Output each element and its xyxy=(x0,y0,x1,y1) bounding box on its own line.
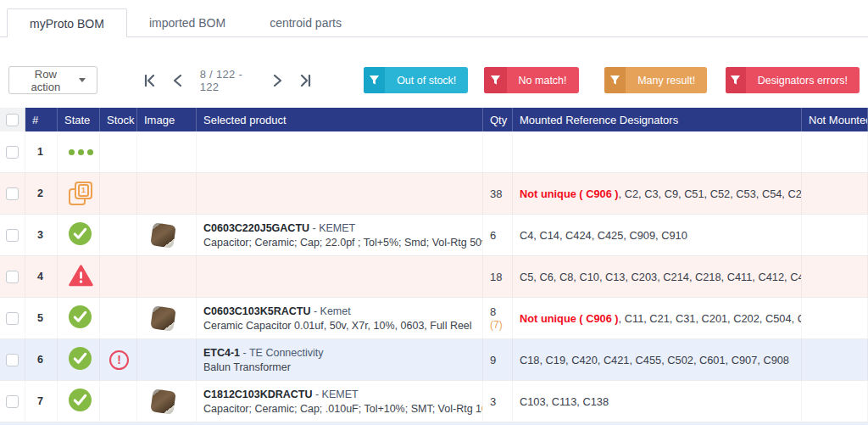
mounted-designators: C18, C19, C420, C421, C455, C502, C601, … xyxy=(513,339,802,380)
designators-list: C18, C19, C420, C421, C455, C502, C601, … xyxy=(520,354,789,366)
row-checkbox[interactable] xyxy=(6,312,19,325)
pagination-status: 8 / 122 - 122 xyxy=(200,68,255,93)
column-header-stock: Stock xyxy=(100,108,137,131)
pagination: 8 / 122 - 122 xyxy=(144,68,311,93)
qty-note: (7) xyxy=(490,319,503,331)
row-number: 5 xyxy=(25,298,58,338)
not-unique-error: Not unique ( C906 ) xyxy=(520,187,619,200)
tab-imported-bom[interactable]: imported BOM xyxy=(127,8,248,36)
designators-list: , C2, C3, C9, C51, C52, C53, C54, C205, … xyxy=(619,187,802,200)
row-number: 1 xyxy=(25,131,58,172)
part-number: ETC4-1 xyxy=(203,347,240,359)
tab-bar: myProto BOM imported BOM centroid parts xyxy=(0,0,868,37)
not-unique-error: Not unique ( C906 ) xyxy=(520,312,619,325)
qty-value: 38 xyxy=(490,187,502,200)
many-results-copies-icon: 1 xyxy=(69,182,92,205)
part-description: Balun Transformer xyxy=(203,361,291,373)
filter-no-match-button[interactable]: No match! xyxy=(484,67,578,93)
filter-label: Many result! xyxy=(626,67,707,93)
row-checkbox[interactable] xyxy=(6,146,19,159)
tab-myproto-bom[interactable]: myProto BOM xyxy=(7,8,127,37)
row-checkbox[interactable] xyxy=(6,354,19,366)
funnel-icon xyxy=(484,67,506,93)
table-row: 7 C1812C103KDRACTU - KEMET Capacitor; Ce… xyxy=(0,381,868,422)
stock-alert-icon xyxy=(109,350,129,370)
manufacturer: - KEMET xyxy=(313,389,359,400)
qty-value: 6 xyxy=(490,229,496,242)
column-header-not-mounted: Not Mounted xyxy=(802,108,868,131)
designators-list: , C11, C21, C31, C201, C202, C504, C507 xyxy=(619,312,802,325)
row-checkbox[interactable] xyxy=(6,229,19,242)
previous-page-icon[interactable] xyxy=(173,75,182,87)
column-header-image: Image xyxy=(137,108,197,131)
select-all-checkbox[interactable] xyxy=(6,114,19,126)
part-number: C0603C220J5GACTU xyxy=(203,222,309,234)
table-row: 6 ETC4-1 - TE Connectivity Balun Transfo… xyxy=(0,339,868,381)
toolbar: Row action 8 / 122 - 122 Out of stock! N… xyxy=(8,66,860,94)
select-all-cell xyxy=(0,108,25,131)
row-number: 6 xyxy=(25,339,58,380)
qty-value: 9 xyxy=(490,354,496,366)
qty-value: 8 xyxy=(490,305,496,318)
bom-table: # State Stock Image Selected product Qty… xyxy=(0,108,868,425)
next-page-icon[interactable] xyxy=(273,75,282,87)
mounted-designators: Not unique ( C906 ), C11, C21, C31, C201… xyxy=(513,298,802,338)
table-row: 5 C0603C103K5RACTU - Kemet Ceramic Capac… xyxy=(0,298,868,339)
mounted-designators: C4, C14, C424, C425, C909, C910 xyxy=(513,215,802,255)
filter-designators-errors-button[interactable]: Designators errors! xyxy=(726,67,860,93)
part-description: Capacitor; Ceramic; Cap; .010uF; Tol+10%… xyxy=(203,403,483,415)
tab-centroid-parts[interactable]: centroid parts xyxy=(248,8,364,36)
table-row: 4 18 C5, C6, C8, C10, C13, C203, C214, C… xyxy=(0,256,868,298)
first-page-icon[interactable] xyxy=(144,75,155,87)
component-photo xyxy=(150,222,175,248)
column-header-number: # xyxy=(25,108,58,131)
row-number: 3 xyxy=(25,215,58,255)
last-page-icon[interactable] xyxy=(300,75,311,87)
row-number: 4 xyxy=(25,256,58,297)
manufacturer: - KEMET xyxy=(309,222,355,234)
filter-label: No match! xyxy=(507,67,579,93)
row-checkbox[interactable] xyxy=(6,271,19,283)
mounted-designators: C5, C6, C8, C10, C13, C203, C214, C218, … xyxy=(513,256,802,297)
qty-value: 3 xyxy=(490,395,496,408)
ok-check-icon xyxy=(69,305,92,331)
row-number: 7 xyxy=(25,381,58,422)
mounted-designators: Not unique ( C906 ), C2, C3, C9, C51, C5… xyxy=(513,173,802,214)
part-description: Capacitor; Ceramic; Cap; 22.0pf ; Tol+5%… xyxy=(203,237,483,249)
qty-value: 18 xyxy=(490,271,502,283)
part-number: C0603C103K5RACTU xyxy=(203,305,310,317)
table-row: 1 xyxy=(0,131,868,173)
chevron-down-icon xyxy=(79,78,86,86)
ok-check-icon xyxy=(69,389,92,414)
manufacturer: - TE Connectivity xyxy=(240,347,323,359)
part-number: C1812C103KDRACTU xyxy=(203,389,313,400)
row-checkbox[interactable] xyxy=(6,187,19,200)
row-checkbox[interactable] xyxy=(6,395,19,408)
filter-many-result-button[interactable]: Many result! xyxy=(604,67,708,93)
part-description: Ceramic Capacitor 0.01uf, 50v, X7r, 10%,… xyxy=(203,320,472,332)
selected-product: ETC4-1 - TE Connectivity Balun Transform… xyxy=(197,339,483,380)
filter-label: Designators errors! xyxy=(746,67,860,93)
row-action-button[interactable]: Row action xyxy=(8,66,97,94)
designators-list: C4, C14, C424, C425, C909, C910 xyxy=(520,229,687,242)
manufacturer: - Kemet xyxy=(310,305,350,317)
row-number: 2 xyxy=(25,173,58,214)
filter-out-of-stock-button[interactable]: Out of stock! xyxy=(364,67,469,93)
selected-product: C0603C220J5GACTU - KEMET Capacitor; Cera… xyxy=(197,215,483,255)
selected-product: C0603C103K5RACTU - Kemet Ceramic Capacit… xyxy=(197,298,483,338)
table-row: 2 1 38 Not unique ( C906 ), C2, C3, C9, … xyxy=(0,173,868,215)
ok-check-icon xyxy=(69,222,92,248)
funnel-icon xyxy=(604,67,626,93)
error-warning-triangle-icon xyxy=(69,265,93,289)
in-progress-dots-icon xyxy=(69,149,93,155)
designators-list: C5, C6, C8, C10, C13, C203, C214, C218, … xyxy=(520,271,802,283)
funnel-icon xyxy=(726,67,745,93)
component-photo xyxy=(150,389,175,414)
row-action-label: Row action xyxy=(20,68,71,93)
component-photo xyxy=(150,305,175,331)
column-header-state: State xyxy=(58,108,100,131)
funnel-icon xyxy=(364,67,386,93)
designators-list: C103, C113, C138 xyxy=(520,395,609,408)
column-header-mounted-designators: Mounted Reference Designators xyxy=(513,108,802,131)
mounted-designators: C103, C113, C138 xyxy=(513,381,802,422)
